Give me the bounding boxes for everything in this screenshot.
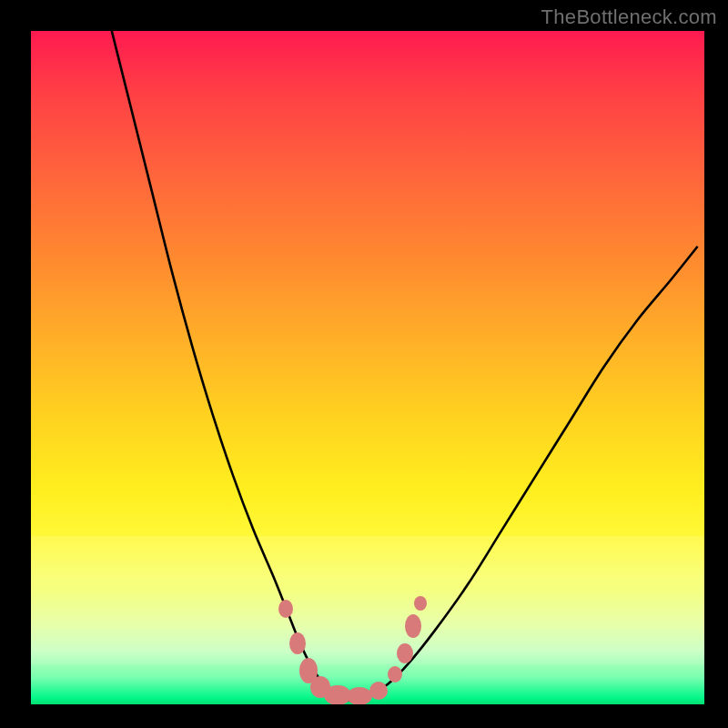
highlight-dot xyxy=(388,666,402,682)
highlight-dot xyxy=(278,600,293,618)
plot-area xyxy=(31,31,704,704)
watermark-text: TheBottleneck.com xyxy=(541,5,717,29)
curve-line xyxy=(112,31,698,701)
highlight-dot xyxy=(347,687,372,704)
highlight-dot xyxy=(414,596,427,611)
highlight-dot xyxy=(369,682,388,700)
curve-svg xyxy=(31,31,704,704)
chart-frame: TheBottleneck.com xyxy=(0,0,728,728)
